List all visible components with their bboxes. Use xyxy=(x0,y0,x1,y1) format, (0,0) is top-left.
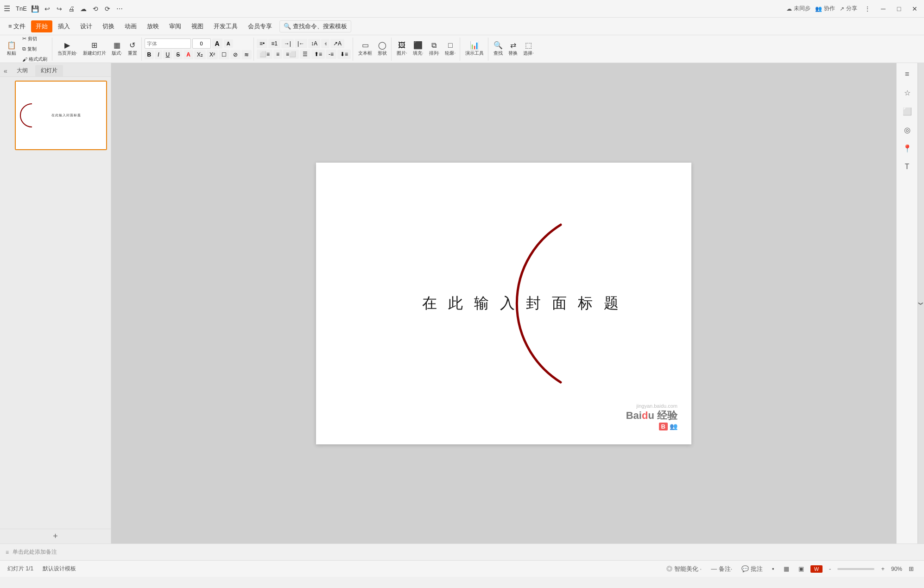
slide-title[interactable]: 在 此 输 入 封 面 标 题 xyxy=(422,293,622,314)
present-tools-button[interactable]: 📊 演示工具 xyxy=(463,40,486,58)
cut-button[interactable]: ✂ 剪切 xyxy=(19,34,50,44)
zoom-out-button[interactable]: - xyxy=(826,564,834,574)
shadow-button[interactable]: ☐ xyxy=(219,50,229,59)
redo-icon[interactable]: ↪ xyxy=(54,3,65,14)
align-right-button[interactable]: ≡⬜ xyxy=(283,50,299,59)
menu-slideshow[interactable]: 放映 xyxy=(142,20,164,32)
notes-placeholder[interactable]: 单击此处添加备注 xyxy=(13,548,57,556)
view-grid-button[interactable]: ▦ xyxy=(781,564,792,574)
font-color-button[interactable]: A xyxy=(184,50,193,59)
zoom-slider[interactable] xyxy=(837,568,874,570)
paste-button[interactable]: 📋 粘贴 xyxy=(5,40,19,58)
right-tool-star[interactable]: ☆ xyxy=(900,85,915,100)
menu-design[interactable]: 设计 xyxy=(76,20,97,32)
menu-start[interactable]: 开始 xyxy=(31,20,52,32)
strikethrough-button[interactable]: S xyxy=(173,50,183,59)
right-tool-settings[interactable]: ≡ xyxy=(900,67,915,82)
find-button[interactable]: 🔍 查找 xyxy=(491,40,505,58)
bold-button[interactable]: B xyxy=(145,50,154,59)
shape-button[interactable]: ◯ 形状 xyxy=(375,40,389,58)
column-button[interactable]: ⫞ xyxy=(321,39,329,48)
bullet-button[interactable]: ≡• xyxy=(257,39,267,48)
copy-button[interactable]: ⧉ 复制 xyxy=(19,44,50,54)
slide-canvas[interactable]: 在 此 输 入 封 面 标 题 jingyan.baidu.com Baidu … xyxy=(316,163,691,444)
notes-toggle-button[interactable]: — 备注· xyxy=(708,563,735,575)
indent-increase-button[interactable]: →| xyxy=(281,39,294,48)
font-shrink-button[interactable]: A xyxy=(224,39,233,48)
menu-developer[interactable]: 开发工具 xyxy=(209,20,242,32)
menu-file[interactable]: ≡ 文件 xyxy=(4,20,30,32)
hamburger-icon[interactable]: ☰ xyxy=(4,4,10,13)
add-slide-button[interactable]: + xyxy=(0,529,111,544)
indent-decrease-button[interactable]: |← xyxy=(295,39,307,48)
sup-button[interactable]: X² xyxy=(207,50,218,59)
select-button[interactable]: ⬚ 选择· xyxy=(521,40,536,58)
linespace-button[interactable]: ↕A xyxy=(308,39,320,48)
arrange-button[interactable]: ⧉ 排列· xyxy=(427,40,442,58)
canvas-area[interactable]: 在 此 输 入 封 面 标 题 jingyan.baidu.com Baidu … xyxy=(111,63,896,544)
view-presenter-button[interactable]: ▣ xyxy=(796,564,807,574)
format-painter-button[interactable]: 🖌 格式式刷 xyxy=(19,55,50,64)
share-button[interactable]: ↗ 分享 xyxy=(840,5,857,13)
font-grow-button[interactable]: A xyxy=(212,38,222,49)
moreformat-button[interactable]: ≋ xyxy=(241,50,252,59)
zoom-in-button[interactable]: + xyxy=(878,564,887,574)
menu-view[interactable]: 视图 xyxy=(187,20,208,32)
direction-button[interactable]: ↗A xyxy=(330,39,344,48)
menu-search[interactable]: 🔍 查找命令、搜索模板 xyxy=(279,20,351,32)
font-family-input[interactable] xyxy=(145,38,191,49)
font-size-input[interactable] xyxy=(192,38,211,49)
collab-button[interactable]: 👥 协作 xyxy=(815,5,835,13)
more-icon[interactable]: ⋯ xyxy=(114,3,125,14)
right-tool-circle[interactable]: ◎ xyxy=(900,122,915,137)
menu-transition[interactable]: 切换 xyxy=(98,20,119,32)
menu-insert[interactable]: 插入 xyxy=(53,20,75,32)
save-icon[interactable]: 💾 xyxy=(30,3,41,14)
valign-mid-button[interactable]: -≡ xyxy=(326,50,336,59)
undo-icon[interactable]: ↩ xyxy=(42,3,53,14)
menu-vip[interactable]: 会员专享 xyxy=(243,20,277,32)
right-tool-text[interactable]: T xyxy=(900,159,915,174)
menu-review[interactable]: 审阅 xyxy=(165,20,186,32)
italic-button[interactable]: I xyxy=(155,50,162,59)
comment-button[interactable]: 💬 批注 xyxy=(739,563,766,575)
start-here-button[interactable]: ▶ 当页开始· xyxy=(55,40,80,58)
maximize-button[interactable]: □ xyxy=(893,3,905,14)
reset-button[interactable]: ↺ 重置 xyxy=(126,40,139,58)
minimize-button[interactable]: ─ xyxy=(878,3,889,14)
right-tool-location[interactable]: 📍 xyxy=(900,141,915,156)
replace-button[interactable]: ⇄ 替换 xyxy=(506,40,520,58)
print-icon[interactable]: 🖨 xyxy=(66,3,77,14)
close-button[interactable]: ✕ xyxy=(909,3,920,14)
fill-button[interactable]: ⬛ 填充· xyxy=(411,40,426,58)
numbered-button[interactable]: ≡1 xyxy=(268,39,280,48)
wps-cloud-icon[interactable]: ☁ xyxy=(78,3,89,14)
justify-button[interactable]: ☰ xyxy=(300,50,310,59)
transform-button[interactable]: ⊘ xyxy=(230,50,240,59)
align-center-button[interactable]: ≡ xyxy=(273,50,282,59)
valign-bot-button[interactable]: ⬇≡ xyxy=(337,50,351,59)
align-left-button[interactable]: ⬜≡ xyxy=(257,50,272,59)
menu-animation[interactable]: 动画 xyxy=(120,20,141,32)
textbox-button[interactable]: ▭ 文本框 xyxy=(356,40,374,58)
tab-slides[interactable]: 幻灯片 xyxy=(35,65,63,76)
outline-button[interactable]: □ 轮廓· xyxy=(443,40,458,58)
collapse-button[interactable]: « xyxy=(4,67,7,75)
image-button[interactable]: 🖼 图片· xyxy=(394,40,410,58)
more-options-icon[interactable]: ⋮ xyxy=(862,3,873,14)
valign-top-button[interactable]: ⬆≡ xyxy=(311,50,325,59)
underline-button[interactable]: U xyxy=(163,50,173,59)
layout-button[interactable]: ▦ 版式· xyxy=(109,40,125,58)
new-slide-button[interactable]: ⊞ 新建幻灯片 xyxy=(81,40,108,58)
view-normal-button[interactable]: ▪ xyxy=(769,564,777,574)
undo2-icon[interactable]: ⟲ xyxy=(90,3,101,14)
sync-button[interactable]: ☁ 未同步 xyxy=(786,5,810,13)
sub-button[interactable]: X₂ xyxy=(194,50,206,59)
tab-outline[interactable]: 大纲 xyxy=(11,65,33,76)
fit-button[interactable]: ⊞ xyxy=(906,564,917,574)
right-panel-toggle[interactable]: ❯ xyxy=(918,63,924,544)
redo2-icon[interactable]: ⟳ xyxy=(102,3,113,14)
right-tool-square[interactable]: ⬜ xyxy=(900,104,915,119)
smart-beautify-button[interactable]: ◎ 智能美化 · xyxy=(664,563,704,575)
slide-thumbnail-1[interactable]: 在此输入封面标题 xyxy=(15,81,107,150)
